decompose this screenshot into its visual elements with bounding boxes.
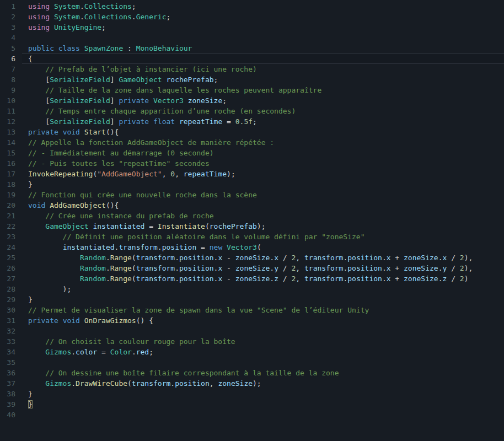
line-number[interactable]: 40 <box>0 410 22 420</box>
code-line[interactable]: 5public class SpawnZone : MonoBehaviour <box>0 43 504 53</box>
code-line[interactable]: 1using System.Collections; <box>0 1 504 12</box>
code-token: 0 <box>170 170 175 178</box>
line-number[interactable]: 39 <box>0 399 22 410</box>
line-number[interactable]: 20 <box>0 200 22 211</box>
code-line[interactable]: 10 [SerializeField] private Vector3 zone… <box>0 95 504 106</box>
code-line[interactable]: 27 Random.Range(transform.position.x - z… <box>0 273 504 284</box>
line-number[interactable]: 10 <box>0 95 22 106</box>
line-number[interactable]: 33 <box>0 336 22 347</box>
code-editor[interactable]: 1using System.Collections;2using System.… <box>0 0 504 441</box>
line-number[interactable]: 15 <box>0 148 22 158</box>
line-number[interactable]: 9 <box>0 85 22 95</box>
line-number[interactable]: 22 <box>0 221 22 232</box>
code-line[interactable]: 31private void OnDrawGizmos() { <box>0 315 504 326</box>
code-line[interactable]: 39} <box>0 399 504 410</box>
code-line[interactable]: 35 <box>0 357 504 368</box>
code-text: private void Start(){ <box>22 127 504 137</box>
line-number[interactable]: 2 <box>0 12 22 22</box>
code-line[interactable]: 32 <box>0 326 504 336</box>
code-token: transform <box>119 243 157 251</box>
code-line[interactable]: 9 // Taille de la zone dans laquelle les… <box>0 85 504 95</box>
line-number[interactable]: 16 <box>0 158 22 169</box>
code-line[interactable]: 17InvokeRepeating("AddGameObject", 0, re… <box>0 169 504 179</box>
code-line[interactable]: 6{ <box>0 53 504 64</box>
line-number[interactable]: 14 <box>0 137 22 148</box>
line-number[interactable]: 23 <box>0 232 22 242</box>
code-token: ( <box>127 379 132 388</box>
code-line[interactable]: 36 // On dessine une boîte filaire corre… <box>0 368 504 378</box>
line-number[interactable]: 3 <box>0 22 22 33</box>
code-line[interactable]: 15// - Immédiatement au démarrage (0 sec… <box>0 148 504 158</box>
code-line[interactable]: 20void AddGameObject(){ <box>0 200 504 211</box>
line-number[interactable]: 13 <box>0 127 22 137</box>
line-number[interactable]: 18 <box>0 179 22 190</box>
code-line[interactable]: 38} <box>0 389 504 399</box>
line-number[interactable]: 36 <box>0 368 22 378</box>
line-number[interactable]: 1 <box>0 1 22 12</box>
line-number[interactable]: 5 <box>0 43 22 53</box>
line-number[interactable]: 4 <box>0 33 22 43</box>
line-number[interactable]: 17 <box>0 169 22 179</box>
code-line[interactable]: 33 // On choisit la couleur rouge pour l… <box>0 336 504 347</box>
line-number[interactable]: 7 <box>0 64 22 74</box>
code-line[interactable]: 8 [SerializeField] GameObject rochePrefa… <box>0 74 504 85</box>
code-token: position <box>179 264 214 272</box>
code-line[interactable]: 24 instantiated.transform.position = new… <box>0 242 504 252</box>
code-line[interactable]: 14// Appelle la fonction AddGameObject d… <box>0 137 504 148</box>
code-token <box>28 222 45 230</box>
code-line[interactable]: 11 // Temps entre chaque apparition d’un… <box>0 106 504 116</box>
code-token: x <box>387 254 391 262</box>
line-number[interactable]: 34 <box>0 347 22 357</box>
line-number[interactable]: 12 <box>0 116 22 127</box>
code-line[interactable]: 22 GameObject instantiated = Instantiate… <box>0 221 504 232</box>
code-line[interactable]: 23 // Définit une position aléatoire dan… <box>0 232 504 242</box>
code-token: repeatTime <box>179 117 222 126</box>
line-number[interactable]: 31 <box>0 315 22 326</box>
line-number[interactable]: 28 <box>0 284 22 294</box>
code-line[interactable]: 16// - Puis toutes les "repeatTime" seco… <box>0 158 504 169</box>
code-line[interactable]: 30// Permet de visualiser la zone de spa… <box>0 305 504 315</box>
line-number[interactable]: 26 <box>0 263 22 273</box>
code-token: ( <box>132 275 136 283</box>
code-token: ( <box>132 264 136 272</box>
line-number[interactable]: 6 <box>0 53 22 64</box>
code-line[interactable]: 2using System.Collections.Generic; <box>0 12 504 22</box>
code-text: Random.Range(transform.position.x - zone… <box>22 263 504 273</box>
code-line[interactable]: 19// Fonction qui crée une nouvelle roch… <box>0 190 504 200</box>
line-number[interactable]: 25 <box>0 252 22 263</box>
code-token: zoneSize <box>404 275 438 283</box>
code-line[interactable]: 18} <box>0 179 504 190</box>
line-number[interactable]: 8 <box>0 74 22 85</box>
line-number[interactable]: 30 <box>0 305 22 315</box>
code-line[interactable]: 26 Random.Range(transform.position.x - z… <box>0 263 504 273</box>
code-token: transform <box>136 264 175 272</box>
line-number[interactable]: 35 <box>0 357 22 368</box>
code-line[interactable]: 21 // Crée une instance du prefab de roc… <box>0 211 504 221</box>
code-token: ; <box>132 2 136 10</box>
line-number[interactable]: 32 <box>0 326 22 336</box>
code-line[interactable]: 3using UnityEngine; <box>0 22 504 33</box>
code-token: y <box>274 264 278 272</box>
line-number[interactable]: 11 <box>0 106 22 116</box>
code-token: instantiated <box>63 243 115 251</box>
code-line[interactable]: 4 <box>0 33 504 43</box>
code-token: . <box>71 379 76 388</box>
line-number[interactable]: 19 <box>0 190 22 200</box>
line-number[interactable]: 24 <box>0 242 22 252</box>
code-line[interactable]: 7 // Prefab de l’objet à instancier (ici… <box>0 64 504 74</box>
line-number[interactable]: 29 <box>0 294 22 305</box>
line-number[interactable]: 37 <box>0 378 22 389</box>
line-number[interactable]: 27 <box>0 273 22 284</box>
line-number[interactable]: 21 <box>0 211 22 221</box>
code-line[interactable]: 12 [SerializeField] private float repeat… <box>0 116 504 127</box>
code-line[interactable]: 29} <box>0 294 504 305</box>
code-line[interactable]: 37 Gizmos.DrawWireCube(transform.positio… <box>0 378 504 389</box>
code-line[interactable]: 13private void Start(){ <box>0 127 504 137</box>
code-token: // On dessine une boîte filaire correspo… <box>28 369 339 377</box>
code-line[interactable]: 34 Gizmos.color = Color.red; <box>0 347 504 357</box>
code-line[interactable]: 25 Random.Range(transform.position.x - z… <box>0 252 504 263</box>
code-line[interactable]: 28 ); <box>0 284 504 294</box>
line-number[interactable]: 38 <box>0 389 22 399</box>
code-line[interactable]: 40 <box>0 410 504 420</box>
code-token: // Taille de la zone dans laquelle les r… <box>28 86 321 94</box>
